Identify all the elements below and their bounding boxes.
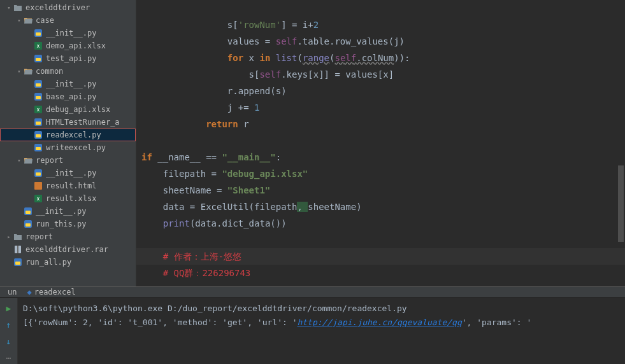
console-result: [{'rowNum': 2, 'id': 't_001', 'method': … xyxy=(23,318,531,327)
url-link[interactable]: http://japi.juhe.cn/qqevaluate/qq xyxy=(297,318,461,327)
tree-label: HTMLTestRunner_a xyxy=(46,118,120,127)
tree-label: readexcel.py xyxy=(46,130,101,139)
tree-arrow-icon[interactable]: ▸ xyxy=(5,234,13,240)
code-editor[interactable]: s['rowNum'] = i+2 values = self.table.ro… xyxy=(136,0,625,286)
code-content: s['rowNum'] = i+2 values = self.table.ro… xyxy=(141,0,625,286)
svg-rect-1 xyxy=(36,32,41,36)
rar-icon xyxy=(13,244,23,255)
run-tool-window: un ◆ readexcel ▶ ↑ ↓ ⋯ D:\soft\python3.6… xyxy=(0,286,625,364)
tree-label: common xyxy=(36,67,63,76)
tree-item-report[interactable]: ▾report xyxy=(0,154,136,167)
tree-item-report[interactable]: ▸report xyxy=(0,230,136,243)
svg-rect-28 xyxy=(17,246,18,253)
py-icon xyxy=(33,117,43,127)
tree-item---init---py[interactable]: __init__.py xyxy=(0,27,136,39)
svg-rect-20 xyxy=(34,182,42,190)
tree-item-result-xlsx[interactable]: xresult.xlsx xyxy=(0,192,136,205)
tree-item---init---py[interactable]: __init__.py xyxy=(0,167,136,179)
tree-label: demo_api.xlsx xyxy=(46,41,106,50)
tree-arrow-icon[interactable]: ▾ xyxy=(5,4,13,11)
xlsx-icon: x xyxy=(33,41,43,51)
svg-rect-5 xyxy=(36,58,41,61)
tree-item-readexcel-py[interactable]: readexcel.py xyxy=(0,129,136,141)
py-icon xyxy=(33,130,43,140)
tab-un[interactable]: un xyxy=(3,288,22,297)
folder-open-icon xyxy=(23,15,33,25)
tree-item-base-api-py[interactable]: base_api.py xyxy=(0,90,136,103)
svg-rect-30 xyxy=(15,262,20,265)
tree-item-run-this-py[interactable]: run_this.py xyxy=(0,218,136,230)
console-output[interactable]: D:\soft\python3.6\python.exe D:/duo_repo… xyxy=(18,298,625,364)
svg-text:x: x xyxy=(37,196,40,202)
svg-rect-9 xyxy=(36,96,41,99)
html-icon xyxy=(33,181,43,191)
tree-item-debug-api-xlsx[interactable]: xdebug_api.xlsx xyxy=(0,103,136,116)
py-icon xyxy=(33,53,43,64)
py-icon xyxy=(13,257,23,267)
scroll-up-button[interactable]: ↑ xyxy=(3,318,15,331)
svg-rect-26 xyxy=(25,223,31,227)
svg-text:x: x xyxy=(37,107,40,113)
tree-label: __init__.py xyxy=(46,80,96,88)
tree-arrow-icon[interactable]: ▾ xyxy=(15,68,23,74)
folder-icon xyxy=(13,3,23,13)
tree-item---init---py[interactable]: __init__.py xyxy=(0,205,136,218)
tree-item-run-all-py[interactable]: run_all.py xyxy=(0,256,136,269)
tree-label: __init__.py xyxy=(46,29,96,38)
py-icon xyxy=(33,28,43,38)
py-icon xyxy=(33,92,43,102)
console-gutter: ▶ ↑ ↓ ⋯ xyxy=(0,298,18,364)
tree-label: __init__.py xyxy=(46,169,96,178)
scroll-down-button[interactable]: ↓ xyxy=(3,335,15,347)
tree-label: report xyxy=(25,232,53,241)
tree-arrow-icon[interactable]: ▾ xyxy=(15,157,23,164)
svg-rect-7 xyxy=(36,83,41,87)
tree-item-writeexcel-py[interactable]: writeexcel.py xyxy=(0,141,136,154)
tree-label: debug_api.xlsx xyxy=(46,105,110,114)
console-tabs[interactable]: un ◆ readexcel xyxy=(0,287,625,298)
svg-rect-13 xyxy=(36,122,41,125)
svg-text:x: x xyxy=(37,43,40,49)
xlsx-icon: x xyxy=(33,193,43,204)
tree-item-case[interactable]: ▾case xyxy=(0,14,136,27)
svg-rect-19 xyxy=(36,172,41,176)
xlsx-icon: x xyxy=(33,104,43,115)
tree-item-test-api-py[interactable]: test_api.py xyxy=(0,52,136,65)
tree-label: base_api.py xyxy=(46,92,96,101)
py-icon xyxy=(33,79,43,89)
py-icon xyxy=(23,206,33,216)
scrollbar-thumb[interactable] xyxy=(618,165,624,242)
folder-open-icon xyxy=(23,66,33,76)
tree-label: run_all.py xyxy=(25,258,71,267)
console-cmd: D:\soft\python3.6\python.exe D:/duo_repo… xyxy=(23,304,407,313)
tree-item-result-html[interactable]: result.html xyxy=(0,179,136,192)
tree-label: report xyxy=(36,156,63,165)
tree-label: case xyxy=(36,16,54,25)
rerun-button[interactable]: ▶ xyxy=(3,302,15,314)
tree-item-common[interactable]: ▾common xyxy=(0,65,136,78)
tree-item-demo-api-xlsx[interactable]: xdemo_api.xlsx xyxy=(0,39,136,52)
folder-open-icon xyxy=(23,155,33,165)
py-icon xyxy=(33,168,43,178)
tree-arrow-icon[interactable]: ▾ xyxy=(15,17,23,24)
tree-label: excelddtdriver xyxy=(25,3,90,12)
tree-item---init---py[interactable]: __init__.py xyxy=(0,78,136,90)
tree-item-htmltestrunner-a[interactable]: HTMLTestRunner_a xyxy=(0,116,136,129)
tree-label: test_api.py xyxy=(46,54,96,63)
tree-item-excelddtdriver-rar[interactable]: excelddtdriver.rar xyxy=(0,243,136,256)
py-icon xyxy=(33,143,43,153)
py-icon xyxy=(23,219,33,229)
project-tree[interactable]: ▾excelddtdriver▾case__init__.pyxdemo_api… xyxy=(0,0,136,286)
tree-label: run_this.py xyxy=(36,220,86,228)
svg-rect-17 xyxy=(36,147,41,150)
tree-label: result.xlsx xyxy=(46,194,96,203)
tab-readexcel[interactable]: ◆ readexcel xyxy=(22,288,80,297)
editor-scrollbar[interactable] xyxy=(617,0,624,286)
svg-rect-24 xyxy=(25,211,31,214)
python-icon: ◆ xyxy=(27,288,31,297)
svg-rect-15 xyxy=(36,134,41,137)
tree-label: result.html xyxy=(46,181,96,190)
more-button[interactable]: ⋯ xyxy=(3,351,15,364)
folder-icon xyxy=(13,232,23,242)
tree-item-excelddtdriver[interactable]: ▾excelddtdriver xyxy=(0,1,136,14)
